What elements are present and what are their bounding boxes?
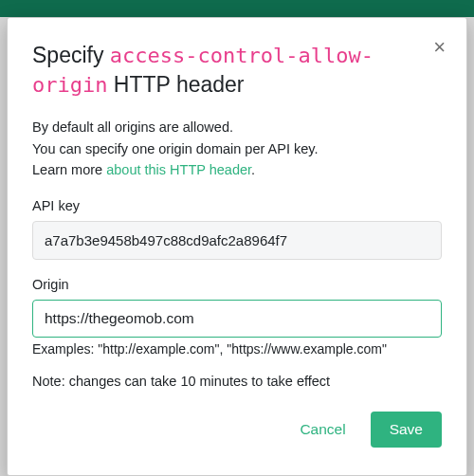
note-text: Note: changes can take 10 minutes to tak… [32,374,442,389]
save-button[interactable]: Save [371,412,442,448]
modal-title: Specify access-control-allow-origin HTTP… [32,41,442,100]
modal-description: By default all origins are allowed. You … [32,117,442,180]
origin-input[interactable] [32,300,442,338]
close-icon[interactable]: × [433,37,446,58]
title-prefix: Specify [32,43,110,67]
modal-backdrop: × Specify access-control-allow-origin HT… [0,0,474,476]
learn-more-link[interactable]: about this HTTP header [106,162,251,177]
desc-line2: You can specify one origin domain per AP… [32,141,318,156]
modal-footer: Cancel Save [32,412,442,448]
cors-header-modal: × Specify access-control-allow-origin HT… [7,17,467,476]
desc-learn-prefix: Learn more [32,162,106,177]
title-suffix: HTTP header [107,72,244,97]
cancel-button[interactable]: Cancel [290,412,355,448]
origin-label: Origin [32,277,442,292]
apikey-value: a7a7b3e9458b497c88cd9afc2a8964f7 [32,221,442,260]
desc-line1: By default all origins are allowed. [32,119,233,135]
origin-examples: Examples: "http://example.com", "https:/… [32,341,442,357]
desc-learn-suffix: . [251,162,255,177]
apikey-label: API key [32,198,442,213]
